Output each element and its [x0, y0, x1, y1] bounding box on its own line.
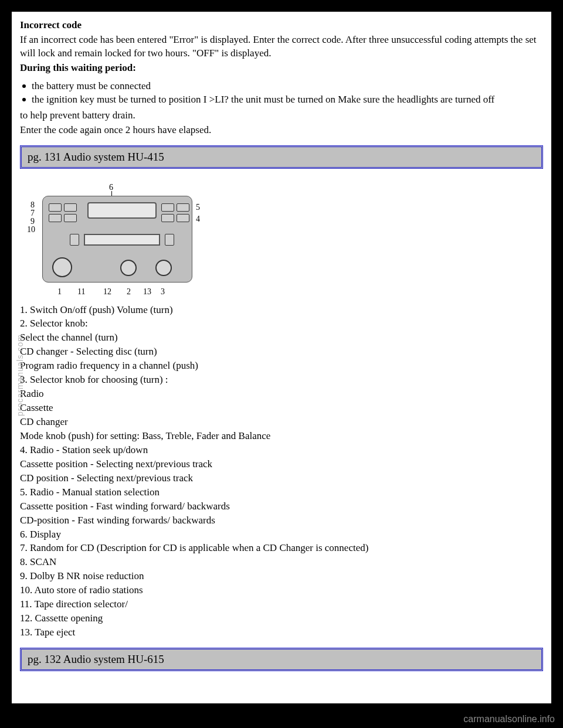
footer-watermark: carmanualsonline.info — [463, 714, 555, 724]
list-item: 3. Selector knob for choosing (turn) : — [20, 373, 543, 387]
list-item: CD-position - Fast winding forwards/ bac… — [20, 514, 543, 528]
list-item: 10. Auto store of radio stations — [20, 584, 543, 597]
radio-body — [42, 196, 192, 283]
list-item: Cassette — [20, 402, 543, 415]
heading-waiting-period: During this waiting period: — [20, 62, 543, 75]
scan-button — [64, 203, 77, 212]
bullet-text: the battery must be connected — [32, 80, 151, 93]
callout-12: 12 — [103, 287, 111, 297]
seek-button-1 — [161, 203, 174, 212]
list-item: Cassette position - Selecting next/previ… — [20, 458, 543, 471]
intro-paragraph-3: to help prevent battery drain. — [20, 109, 543, 123]
cassette-slot — [84, 234, 160, 246]
list-item: the ignition key must be turned to posit… — [20, 93, 543, 107]
side-watermark: procarmanuals.com — [15, 334, 25, 416]
list-item: 5. Radio - Manual station selection — [20, 486, 543, 499]
list-item: 11. Tape direction selector/ — [20, 598, 543, 611]
control-descriptions: 1. Switch On/off (push) Volume (turn) 2.… — [20, 304, 543, 640]
callout-4: 4 — [196, 215, 200, 224]
bullet-icon — [22, 98, 26, 101]
source-knob — [155, 260, 172, 276]
bullet-text: the ignition key must be turned to posit… — [32, 93, 494, 107]
callout-10: 10 — [27, 225, 35, 234]
section-header-132: pg. 132 Audio system HU-615 — [20, 648, 543, 671]
list-item: 9. Dolby B NR noise reduction — [20, 570, 543, 583]
list-item: Program radio frequency in a channel (pu… — [20, 359, 543, 373]
tape-dir-button — [70, 234, 79, 246]
document-page: Incorrect code If an incorrect code has … — [12, 12, 551, 703]
callout-5: 5 — [196, 203, 200, 212]
section-header-131: pg. 131 Audio system HU-415 — [20, 145, 543, 169]
callout-1: 1 — [57, 287, 62, 297]
seek-button-2 — [177, 203, 189, 212]
list-item: Select the channel (turn) — [20, 331, 543, 345]
eject-button — [165, 234, 174, 246]
heading-incorrect-code: Incorrect code — [20, 19, 543, 32]
callout-13: 13 — [143, 287, 151, 297]
dolby-button — [49, 214, 62, 222]
rnd-button — [49, 203, 62, 212]
radio-diagram: 6 8 7 9 10 5 4 1 11 12 2 13 — [20, 183, 202, 300]
callout-11: 11 — [77, 287, 85, 297]
radio-display — [87, 202, 157, 219]
list-item: CD changer - Selecting disc (turn) — [20, 345, 543, 359]
intro-paragraph-1: If an incorrect code has been entered "E… — [20, 33, 543, 60]
list-item: Radio — [20, 387, 543, 401]
intro-block: Incorrect code If an incorrect code has … — [20, 19, 543, 137]
list-item: CD position - Selecting next/previous tr… — [20, 472, 543, 485]
manual-button-1 — [161, 214, 174, 222]
list-item: 7. Random for CD (Description for CD is … — [20, 542, 543, 555]
list-item: 2. Selector knob: — [20, 317, 543, 331]
callout-3: 3 — [161, 287, 165, 297]
list-item: 1. Switch On/off (push) Volume (turn) — [20, 304, 543, 317]
list-item: 13. Tape eject — [20, 626, 543, 639]
bullet-icon — [22, 84, 26, 88]
list-item: Cassette position - Fast winding forward… — [20, 500, 543, 513]
list-item: 12. Cassette opening — [20, 612, 543, 625]
list-item: 8. SCAN — [20, 556, 543, 569]
bullet-list: the battery must be connected the igniti… — [20, 80, 543, 107]
manual-button-2 — [177, 214, 189, 222]
list-item: Mode knob (push) for setting: Bass, Treb… — [20, 430, 543, 443]
selector-knob — [120, 260, 137, 276]
list-item: the battery must be connected — [20, 80, 543, 93]
list-item: CD changer — [20, 416, 543, 429]
list-item: 4. Radio - Station seek up/down — [20, 444, 543, 457]
callout-2: 2 — [127, 287, 131, 297]
intro-paragraph-4: Enter the code again once 2 hours have e… — [20, 124, 543, 137]
volume-knob — [52, 257, 72, 277]
list-item: 6. Display — [20, 528, 543, 542]
auto-button — [64, 214, 77, 222]
